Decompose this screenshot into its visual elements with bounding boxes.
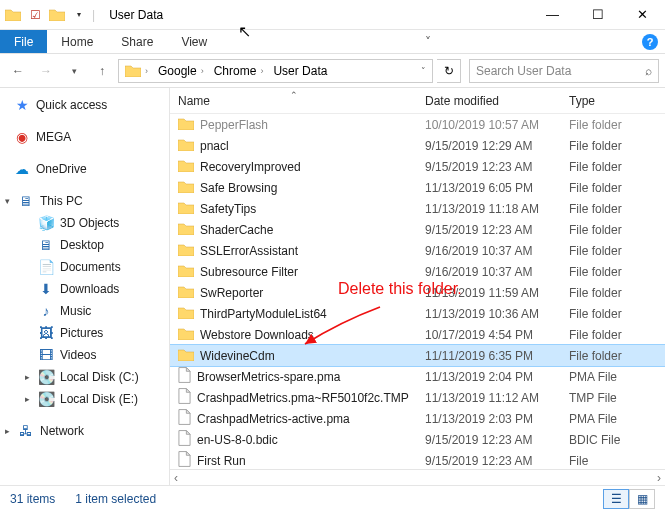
file-date: 11/13/2019 2:04 PM — [425, 370, 565, 384]
file-row[interactable]: pnacl9/15/2019 12:29 AMFile folder — [170, 135, 665, 156]
folder-icon — [4, 6, 22, 24]
help-button[interactable]: ? — [635, 30, 665, 53]
column-type[interactable]: Type — [565, 94, 665, 108]
folder-icon — [178, 306, 194, 322]
folder-icon — [178, 264, 194, 280]
breadcrumb-segment: Chrome› — [210, 60, 268, 82]
folder-icon — [178, 159, 194, 175]
file-type: File — [565, 454, 665, 468]
file-name: ShaderCache — [200, 223, 273, 237]
recent-dropdown[interactable]: ▾ — [62, 59, 86, 83]
qat-folder-icon[interactable] — [48, 6, 66, 24]
file-icon — [178, 430, 191, 449]
file-row[interactable]: Subresource Filter9/16/2019 10:37 AMFile… — [170, 261, 665, 282]
breadcrumb-root-icon[interactable]: › — [121, 60, 152, 82]
tree-item[interactable]: 📄Documents — [0, 256, 167, 278]
file-icon — [178, 409, 191, 428]
maximize-button[interactable]: ☐ — [575, 0, 620, 30]
file-type: File folder — [565, 265, 665, 279]
nav-bar: ← → ▾ ↑ › Google› Chrome› User Data ˅ ↻ … — [0, 54, 665, 88]
refresh-button[interactable]: ↻ — [437, 59, 461, 83]
tree-item[interactable]: ⬇Downloads — [0, 278, 167, 300]
file-date: 9/15/2019 12:23 AM — [425, 160, 565, 174]
qat-dropdown-icon[interactable]: ▾ — [70, 6, 88, 24]
file-type: File folder — [565, 202, 665, 216]
file-row[interactable]: RecoveryImproved9/15/2019 12:23 AMFile f… — [170, 156, 665, 177]
file-date: 9/15/2019 12:23 AM — [425, 433, 565, 447]
file-type: File folder — [565, 118, 665, 132]
folder-icon — [178, 243, 194, 259]
close-button[interactable]: ✕ — [620, 0, 665, 30]
tree-item[interactable]: 🧊3D Objects — [0, 212, 167, 234]
search-icon: ⌕ — [645, 64, 652, 78]
file-row[interactable]: CrashpadMetrics.pma~RF5010f2c.TMP11/13/2… — [170, 387, 665, 408]
qat-properties-icon[interactable]: ☑ — [26, 6, 44, 24]
file-date: 10/10/2019 10:57 AM — [425, 118, 565, 132]
file-date: 9/15/2019 12:23 AM — [425, 454, 565, 468]
ribbon-options-button[interactable]: ˅ — [413, 30, 443, 53]
file-tab[interactable]: File — [0, 30, 47, 53]
nav-tree[interactable]: ★Quick access ◉MEGA ☁OneDrive ▾🖥This PC … — [0, 88, 170, 485]
folder-icon — [178, 117, 194, 133]
file-row[interactable]: Safe Browsing11/13/2019 6:05 PMFile fold… — [170, 177, 665, 198]
file-name: SafetyTips — [200, 202, 256, 216]
file-row[interactable]: SSLErrorAssistant9/16/2019 10:37 AMFile … — [170, 240, 665, 261]
file-row[interactable]: ShaderCache9/15/2019 12:23 AMFile folder — [170, 219, 665, 240]
column-date[interactable]: Date modified — [425, 94, 565, 108]
file-row[interactable]: en-US-8-0.bdic9/15/2019 12:23 AMBDIC Fil… — [170, 429, 665, 450]
file-row[interactable]: ThirdPartyModuleList6411/13/2019 10:36 A… — [170, 303, 665, 324]
file-name: CrashpadMetrics.pma~RF5010f2c.TMP — [197, 391, 409, 405]
file-name: SwReporter — [200, 286, 263, 300]
status-selection: 1 item selected — [75, 492, 156, 506]
file-name: RecoveryImproved — [200, 160, 301, 174]
file-date: 11/13/2019 11:18 AM — [425, 202, 565, 216]
title-bar: ☑ ▾ | User Data — ☐ ✕ — [0, 0, 665, 30]
details-view-button[interactable]: ☰ — [603, 489, 629, 509]
folder-icon — [178, 348, 194, 364]
status-item-count: 31 items — [10, 492, 55, 506]
tree-item[interactable]: 🖼Pictures — [0, 322, 167, 344]
tree-item[interactable]: ♪Music — [0, 300, 167, 322]
search-input[interactable]: Search User Data ⌕ — [469, 59, 659, 83]
tree-item[interactable]: 🖥Desktop — [0, 234, 167, 256]
file-type: File folder — [565, 139, 665, 153]
horizontal-scrollbar[interactable]: ‹› — [170, 469, 665, 485]
file-date: 11/13/2019 2:03 PM — [425, 412, 565, 426]
file-row[interactable]: BrowserMetrics-spare.pma11/13/2019 2:04 … — [170, 366, 665, 387]
this-pc-node[interactable]: ▾🖥This PC — [0, 190, 167, 212]
file-date: 9/16/2019 10:37 AM — [425, 244, 565, 258]
minimize-button[interactable]: — — [530, 0, 575, 30]
file-row[interactable]: First Run9/15/2019 12:23 AMFile — [170, 450, 665, 469]
file-type: File folder — [565, 160, 665, 174]
view-tab[interactable]: View — [167, 30, 221, 53]
onedrive-node[interactable]: ☁OneDrive — [0, 158, 167, 180]
file-name: CrashpadMetrics-active.pma — [197, 412, 350, 426]
tree-item[interactable]: 🎞Videos — [0, 344, 167, 366]
back-button[interactable]: ← — [6, 59, 30, 83]
address-bar[interactable]: › Google› Chrome› User Data ˅ — [118, 59, 433, 83]
quick-access-node[interactable]: ★Quick access — [0, 94, 167, 116]
network-node[interactable]: ▸🖧Network — [0, 420, 167, 442]
file-row[interactable]: PepperFlash10/10/2019 10:57 AMFile folde… — [170, 114, 665, 135]
cursor-icon: ↖ — [238, 22, 251, 41]
tree-item[interactable]: ▸💽Local Disk (C:) — [0, 366, 167, 388]
file-row[interactable]: SwReporter11/13/2019 11:59 AMFile folder — [170, 282, 665, 303]
file-type: BDIC File — [565, 433, 665, 447]
file-date: 11/11/2019 6:35 PM — [425, 349, 565, 363]
forward-button[interactable]: → — [34, 59, 58, 83]
file-type: File folder — [565, 307, 665, 321]
mega-node[interactable]: ◉MEGA — [0, 126, 167, 148]
file-type: PMA File — [565, 370, 665, 384]
up-button[interactable]: ↑ — [90, 59, 114, 83]
column-headers[interactable]: ⌃ Name Date modified Type — [170, 88, 665, 114]
home-tab[interactable]: Home — [47, 30, 107, 53]
file-row[interactable]: Webstore Downloads10/17/2019 4:54 PMFile… — [170, 324, 665, 345]
file-row[interactable]: SafetyTips11/13/2019 11:18 AMFile folder — [170, 198, 665, 219]
file-row[interactable]: CrashpadMetrics-active.pma11/13/2019 2:0… — [170, 408, 665, 429]
thumbnails-view-button[interactable]: ▦ — [629, 489, 655, 509]
file-row[interactable]: WidevineCdm11/11/2019 6:35 PMFile folder — [170, 345, 665, 366]
file-type: File folder — [565, 328, 665, 342]
tree-item[interactable]: ▸💽Local Disk (E:) — [0, 388, 167, 410]
share-tab[interactable]: Share — [107, 30, 167, 53]
address-dropdown-icon[interactable]: ˅ — [421, 66, 430, 76]
